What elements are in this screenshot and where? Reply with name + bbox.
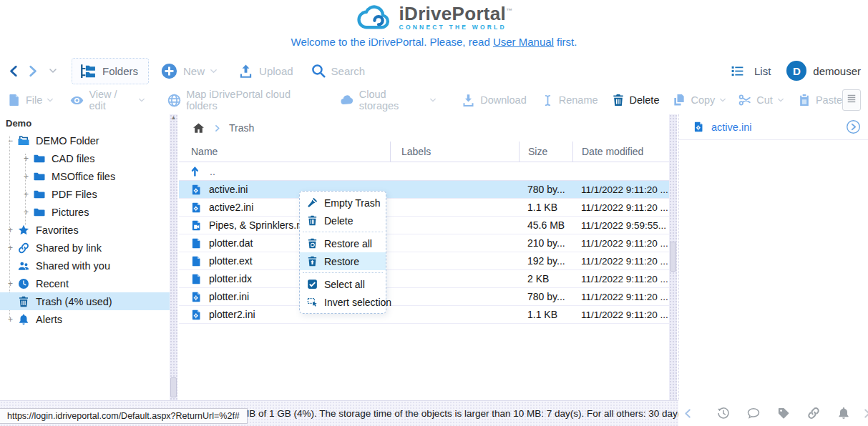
menu-item-restore-all[interactable]: Restore all — [300, 234, 386, 252]
sidebar-item-trash[interactable]: Trash (4% used) — [0, 292, 170, 310]
copy-button[interactable]: Copy — [672, 93, 726, 107]
expander-icon[interactable]: + — [21, 207, 31, 217]
column-header-size[interactable]: Size — [519, 142, 572, 162]
sidebar-item-msoffice-files[interactable]: + MSOffice files — [0, 167, 170, 185]
file-list-scrollbar-thumb[interactable] — [670, 242, 676, 272]
paste-button[interactable]: Paste — [797, 93, 842, 107]
sidebar-item-alerts[interactable]: + Alerts — [0, 310, 170, 328]
sidebar-item-demo-folder[interactable]: − DEMO Folder — [0, 132, 170, 149]
menu-item-restore[interactable]: Restore — [300, 252, 386, 270]
sidebar-item-pictures[interactable]: + Pictures — [0, 203, 170, 221]
search-button[interactable]: Search — [311, 63, 366, 79]
expander-icon[interactable]: + — [21, 154, 31, 164]
menu-item-invert-selection[interactable]: Invert selection — [300, 293, 386, 311]
file-name: plotter.ext — [209, 255, 253, 267]
sidebar-item-cad-files[interactable]: + CAD files — [0, 149, 170, 167]
new-button[interactable]: New — [160, 62, 218, 80]
history-icon[interactable] — [716, 406, 731, 420]
sidebar-scrollbar-thumb[interactable] — [170, 377, 177, 397]
sidebar-item-favorites[interactable]: + Favorites — [0, 221, 170, 239]
file-name: Pipes, & Sprinklers.mp — [209, 219, 311, 231]
file-icon — [190, 255, 203, 267]
user-manual-link[interactable]: User Manual — [493, 36, 554, 48]
table-row[interactable]: active.ini 780 by... 11/1/2022 9:11:20 .… — [179, 181, 677, 199]
upload-button[interactable]: Upload — [238, 63, 293, 79]
file-icon — [190, 273, 203, 285]
download-button[interactable]: Download — [461, 93, 527, 108]
table-row[interactable]: plotter.ini 780 by... 11/1/2022 9:11:20 … — [179, 288, 677, 306]
column-header-name[interactable]: Name — [179, 142, 390, 162]
folder-tree-sidebar: Demo − DEMO Folder + CAD files + MSOffic… — [0, 114, 179, 406]
panel-menu-button[interactable] — [842, 89, 861, 111]
tree-item-label: MSOffice files — [52, 171, 115, 182]
delete-label: Delete — [630, 94, 660, 106]
table-row[interactable]: plotter.ext 192 by... 11/1/2022 9:11:20 … — [179, 252, 677, 270]
file-icon — [7, 93, 21, 107]
sidebar-item-shared-by-link[interactable]: + Shared by link — [0, 239, 170, 257]
sidebar-item-shared-with-you[interactable]: Shared with you — [0, 257, 170, 274]
secondary-toolbar: File View / edit Map iDrivePortal cloud … — [0, 87, 868, 113]
collapse-panel-icon[interactable] — [683, 408, 693, 419]
menu-item-empty-trash[interactable]: Empty Trash — [300, 194, 386, 212]
back-icon[interactable] — [7, 64, 21, 78]
expander-icon[interactable]: + — [6, 314, 15, 325]
file-menu-button[interactable]: File — [7, 93, 54, 107]
scroll-up-icon[interactable]: ▲ — [170, 114, 177, 122]
sidebar-item-recent[interactable]: + Recent — [0, 274, 170, 292]
sidebar-scrollbar[interactable]: ▲ ▼ — [170, 114, 177, 407]
download-icon — [461, 93, 476, 108]
table-row[interactable]: active2.ini 1.1 KB 11/1/2022 9:11:20 ... — [179, 199, 677, 217]
delete-trash-icon — [611, 93, 625, 107]
preview-selected-file[interactable]: active.ini — [679, 114, 868, 140]
trademark: ™ — [506, 7, 512, 14]
table-row[interactable]: plotter.idx 2 KB 11/1/2022 9:11:20 ... — [179, 270, 677, 288]
menu-item-delete[interactable]: Delete — [300, 212, 386, 229]
alerts-bell-icon[interactable] — [837, 406, 851, 420]
next-panel-icon[interactable] — [862, 408, 868, 419]
file-name: active2.ini — [209, 202, 253, 213]
menu-item-select-all[interactable]: Select all — [300, 275, 386, 293]
avatar[interactable]: D — [786, 61, 806, 81]
expander-icon[interactable]: + — [6, 243, 15, 253]
column-header-date-modified[interactable]: Date modified — [572, 142, 677, 162]
rename-button[interactable]: Rename — [541, 94, 598, 107]
forward-icon[interactable] — [26, 64, 39, 78]
share-link-icon[interactable] — [806, 406, 821, 420]
folders-button[interactable]: Folders — [72, 58, 149, 84]
column-header-labels[interactable]: Labels — [390, 142, 519, 162]
expander-icon[interactable]: + — [6, 279, 15, 289]
preview-file-name: active.ini — [711, 122, 846, 133]
cut-button[interactable]: Cut — [738, 93, 784, 107]
preview-panel: active.ini — [678, 114, 868, 400]
tree-item-label: Trash (4% used) — [36, 296, 112, 307]
delete-button[interactable]: Delete — [611, 93, 660, 107]
file-date-modified: 11/1/2022 9:11:20 ... — [572, 309, 677, 320]
expander-icon[interactable]: − — [6, 136, 15, 146]
folder-icon — [33, 206, 46, 219]
expand-details-icon[interactable] — [846, 119, 861, 134]
tags-icon[interactable] — [776, 406, 791, 420]
menu-separator — [303, 272, 383, 273]
view-edit-button[interactable]: View / edit — [69, 89, 145, 112]
expander-icon[interactable]: + — [21, 189, 31, 199]
sidebar-item-pdf-files[interactable]: + PDF Files — [0, 185, 170, 203]
home-icon[interactable] — [192, 122, 205, 135]
file-size: 2 KB — [519, 273, 572, 284]
history-dropdown-icon[interactable] — [49, 66, 57, 75]
expander-icon[interactable]: + — [6, 225, 15, 235]
parent-directory-label: .. — [210, 166, 215, 177]
new-dropdown-icon — [210, 67, 218, 75]
table-row[interactable]: plotter.dat 210 by... 11/1/2022 9:11:20 … — [179, 234, 677, 252]
parent-directory-row[interactable]: .. — [179, 162, 677, 181]
folders-button-label: Folders — [102, 65, 138, 77]
table-row[interactable]: plotter2.ini 1.1 KB 11/1/2022 9:11:20 ..… — [179, 306, 677, 324]
comments-icon[interactable] — [746, 406, 761, 420]
expander-icon[interactable]: + — [21, 172, 31, 182]
table-row[interactable]: Pipes, & Sprinklers.mp 45.6 MB 11/1/2022… — [179, 217, 677, 234]
map-cloud-folders-button[interactable]: Map iDrivePortal cloud folders — [167, 89, 319, 112]
list-view-button[interactable]: List — [730, 64, 771, 79]
cloud-storages-button[interactable]: Cloud storages — [339, 89, 437, 112]
file-list-scrollbar[interactable] — [669, 114, 677, 400]
clock-icon — [17, 277, 30, 290]
folder-stack-icon — [17, 134, 30, 147]
